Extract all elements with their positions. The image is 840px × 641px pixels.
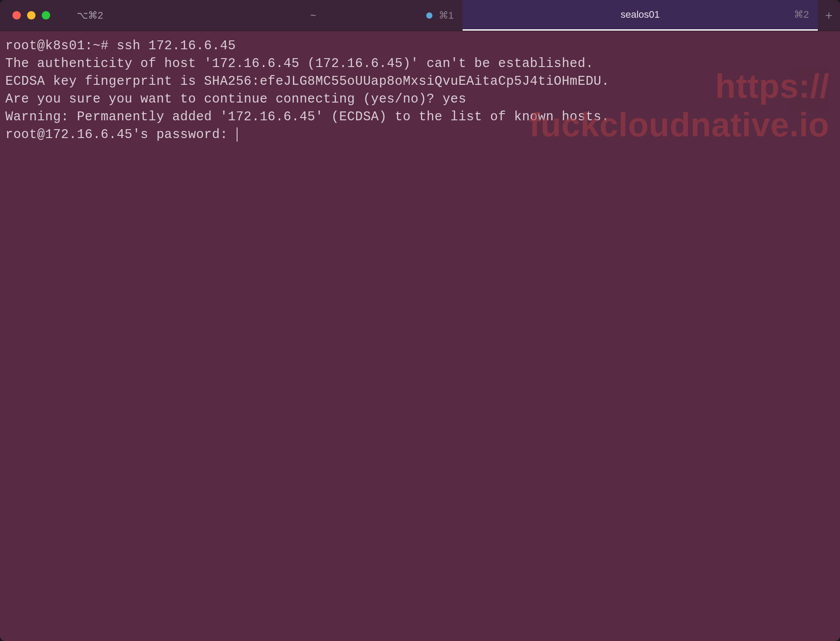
terminal-line: root@k8s01:~# ssh 172.16.6.45	[5, 37, 835, 55]
terminal-line: ECDSA key fingerprint is SHA256:efeJLG8M…	[5, 73, 835, 91]
terminal-line: Warning: Permanently added '172.16.6.45'…	[5, 108, 835, 126]
tab-shortcut: ⌘1	[439, 10, 454, 21]
tab-3-active[interactable]: sealos01 ⌘2	[463, 0, 818, 31]
tab-label: sealos01	[621, 9, 660, 20]
tabs-container: ⌥⌘2 ~ ⌘1 sealos01 ⌘2 +	[66, 0, 840, 31]
terminal-body[interactable]: root@k8s01:~# ssh 172.16.6.45 The authen…	[0, 31, 840, 641]
close-button[interactable]	[12, 11, 21, 20]
terminal-line: Are you sure you want to continue connec…	[5, 91, 835, 108]
terminal-line-prompt: root@172.16.6.45's password:	[5, 126, 835, 144]
add-tab-button[interactable]: +	[818, 0, 840, 31]
tab-label: ⌥⌘2	[77, 10, 103, 21]
terminal-window: ⌥⌘2 ~ ⌘1 sealos01 ⌘2 + root@k8s01:~# ssh…	[0, 0, 840, 641]
tab-2[interactable]: ~ ⌘1	[164, 0, 463, 31]
unsaved-dot-icon	[426, 12, 432, 19]
maximize-button[interactable]	[42, 11, 50, 20]
plus-icon: +	[825, 8, 832, 23]
minimize-button[interactable]	[27, 11, 36, 20]
terminal-line: The authenticity of host '172.16.6.45 (1…	[5, 55, 835, 73]
tab-label: ~	[310, 10, 316, 21]
cursor-icon	[237, 127, 238, 142]
tab-shortcut: ⌘2	[794, 9, 809, 20]
traffic-lights	[12, 11, 50, 20]
tab-1[interactable]: ⌥⌘2	[66, 0, 164, 31]
titlebar: ⌥⌘2 ~ ⌘1 sealos01 ⌘2 +	[0, 0, 840, 31]
